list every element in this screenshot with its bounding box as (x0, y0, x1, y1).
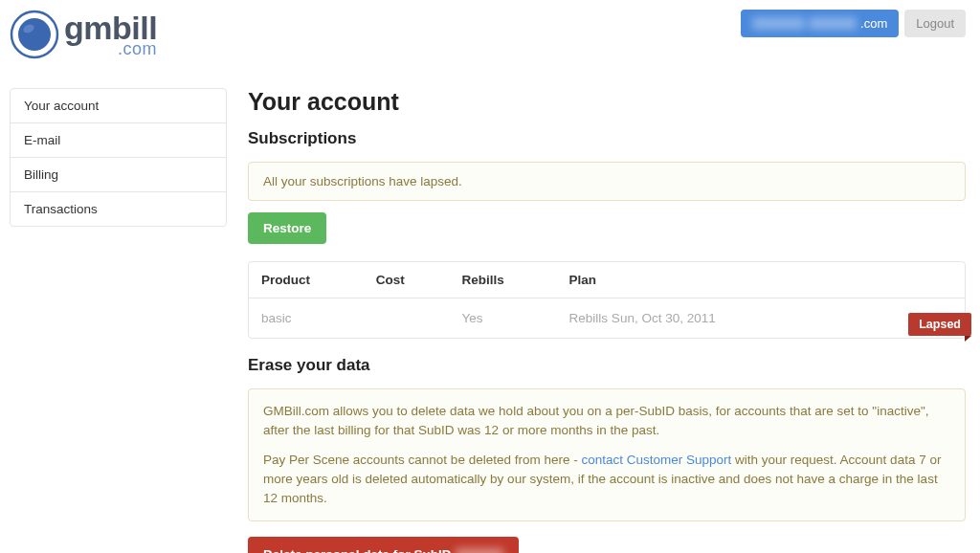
erase-info: GMBill.com allows you to delete data we … (248, 388, 966, 521)
table-row: basic Yes Rebills Sun, Oct 30, 2011 (249, 299, 965, 339)
erase-section: Erase your data GMBill.com allows you to… (248, 356, 966, 553)
delete-btn-label: Delete personal data for SubID (263, 547, 452, 553)
lapsed-badge: Lapsed (908, 313, 971, 336)
contact-support-link[interactable]: contact Customer Support (581, 453, 731, 467)
subscriptions-table-wrap: Product Cost Rebills Plan basic Yes Rebi… (248, 261, 966, 339)
subscriptions-heading: Subscriptions (248, 129, 966, 148)
col-header-product: Product (249, 262, 364, 299)
logo-text: gmbill .com (64, 11, 157, 57)
delete-data-button[interactable]: Delete personal data for SubID (248, 537, 519, 553)
col-header-plan: Plan (557, 262, 965, 299)
delete-subid-redacted (456, 548, 503, 553)
svg-point-1 (18, 18, 51, 51)
cell-rebills: Yes (449, 299, 556, 339)
erase-info-p2: Pay Per Scene accounts cannot be deleted… (263, 451, 950, 509)
logo[interactable]: gmbill .com (10, 10, 157, 59)
erase-p2-prefix: Pay Per Scene accounts cannot be deleted… (263, 453, 581, 467)
main-content: Your account Subscriptions All your subs… (248, 88, 966, 553)
cell-product: basic (249, 299, 364, 339)
col-header-cost: Cost (364, 262, 450, 299)
page-title: Your account (248, 88, 966, 116)
user-badge[interactable]: .com (741, 10, 899, 37)
col-header-rebills: Rebills (449, 262, 556, 299)
subscriptions-table: Product Cost Rebills Plan basic Yes Rebi… (249, 262, 965, 338)
sidebar-item-transactions[interactable]: Transactions (11, 192, 226, 226)
logout-button[interactable]: Logout (904, 10, 966, 37)
user-domain-redacted (809, 17, 857, 30)
user-domain-suffix: .com (860, 16, 887, 31)
header-actions: .com Logout (741, 10, 966, 37)
erase-info-p1: GMBill.com allows you to delete data we … (263, 402, 950, 441)
sidebar-nav: Your account E-mail Billing Transactions (10, 88, 227, 227)
logo-icon (10, 10, 59, 59)
cell-plan: Rebills Sun, Oct 30, 2011 (557, 299, 965, 339)
sidebar-item-account[interactable]: Your account (11, 89, 226, 123)
sidebar-item-email[interactable]: E-mail (11, 123, 226, 158)
restore-button[interactable]: Restore (248, 212, 326, 244)
sidebar: Your account E-mail Billing Transactions (10, 88, 227, 553)
erase-heading: Erase your data (248, 356, 966, 375)
lapsed-notice: All your subscriptions have lapsed. (248, 162, 966, 201)
user-name-redacted (752, 17, 805, 30)
sidebar-item-billing[interactable]: Billing (11, 158, 226, 192)
cell-cost (364, 299, 450, 339)
header: gmbill .com .com Logout (0, 0, 980, 64)
subscriptions-section: Subscriptions All your subscriptions hav… (248, 129, 966, 339)
